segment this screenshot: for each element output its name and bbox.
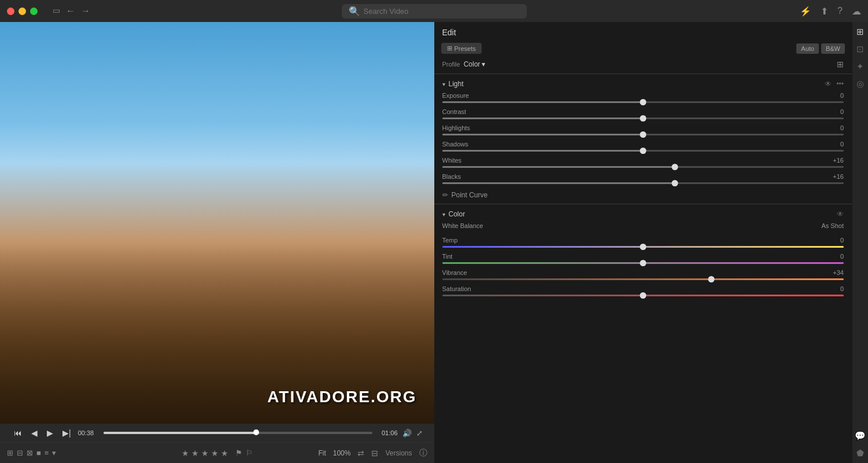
shadows-slider-row: Shadows 0 bbox=[434, 139, 852, 155]
whites-thumb[interactable] bbox=[672, 164, 678, 170]
navigation-buttons: ▭ ← → bbox=[47, 6, 90, 16]
blacks-track[interactable] bbox=[442, 182, 844, 184]
star-5[interactable]: ★ bbox=[221, 449, 228, 458]
curve-icon: ✏ bbox=[442, 191, 448, 199]
watermark: ATIVADORE.ORG bbox=[267, 388, 416, 406]
profile-row: Profile Color ▾ ⊞ bbox=[434, 56, 852, 72]
shadows-thumb[interactable] bbox=[640, 148, 646, 154]
healing-icon[interactable]: ✦ bbox=[856, 61, 864, 72]
blacks-slider-row: Blacks +16 bbox=[434, 171, 852, 188]
temp-thumb[interactable] bbox=[640, 244, 646, 250]
crop-icon[interactable]: ⊡ bbox=[856, 44, 864, 54]
comment-icon[interactable]: 💬 bbox=[855, 431, 866, 441]
blacks-value: +16 bbox=[833, 173, 844, 180]
highlights-slider-row: Highlights 0 bbox=[434, 123, 852, 139]
contrast-track[interactable] bbox=[442, 117, 844, 119]
light-more-icon[interactable]: ••• bbox=[836, 80, 844, 88]
auto-button[interactable]: Auto bbox=[796, 43, 819, 54]
filter-icon[interactable]: ⚡ bbox=[800, 6, 811, 17]
presets-button[interactable]: ⊞ Presets bbox=[441, 43, 482, 54]
grid-view-icon[interactable]: ⊞ bbox=[7, 449, 13, 457]
list-icon[interactable]: ≡ bbox=[45, 449, 49, 457]
cloud-icon[interactable]: ☁ bbox=[852, 6, 861, 17]
vibrance-label: Vibrance bbox=[442, 269, 467, 276]
maximize-button[interactable] bbox=[30, 8, 38, 15]
temp-label: Temp bbox=[442, 237, 458, 244]
vibrance-track[interactable] bbox=[442, 278, 844, 280]
search-input[interactable] bbox=[364, 7, 520, 16]
star-4[interactable]: ★ bbox=[211, 449, 219, 458]
video-area: ATIVADORE.ORG ⏮ ◀ ▶ ▶| 00:38 01:06 🔊 ⤢ bbox=[0, 22, 434, 463]
point-curve-row[interactable]: ✏ Point Curve bbox=[434, 188, 852, 203]
light-visibility-icon[interactable]: 👁 bbox=[825, 80, 832, 88]
tint-thumb[interactable] bbox=[640, 260, 646, 266]
vibrance-thumb[interactable] bbox=[708, 276, 714, 282]
compare-icon[interactable]: ⇄ bbox=[357, 449, 364, 458]
contrast-thumb[interactable] bbox=[640, 115, 646, 122]
white-balance-row: White Balance As Shot bbox=[434, 221, 852, 235]
tag-icon[interactable]: ⬟ bbox=[856, 448, 864, 458]
minimize-button[interactable] bbox=[19, 8, 26, 15]
play-button[interactable]: ▶ bbox=[45, 427, 56, 439]
exposure-thumb[interactable] bbox=[640, 99, 646, 105]
presets-icon: ⊞ bbox=[447, 45, 452, 52]
grid-button[interactable]: ⊞ bbox=[837, 60, 844, 69]
loop-icon[interactable]: ■ bbox=[36, 449, 41, 457]
search-icon: 🔍 bbox=[349, 6, 360, 17]
forward-button[interactable]: → bbox=[81, 6, 90, 16]
info-icon[interactable]: ⓘ bbox=[419, 448, 427, 458]
titlebar: ▭ ← → 🔍 ⚡ ⬆ ? ☁ bbox=[0, 0, 868, 22]
shadows-value: 0 bbox=[840, 141, 844, 148]
color-chevron-icon: ▾ bbox=[442, 211, 445, 218]
saturation-track[interactable] bbox=[442, 295, 844, 296]
step-forward-icon[interactable]: ▶| bbox=[60, 427, 73, 439]
color-section-header[interactable]: ▾ Color 👁 bbox=[434, 205, 852, 221]
divider-2 bbox=[434, 204, 852, 204]
radial-icon[interactable]: ◎ bbox=[856, 79, 864, 89]
split-view-icon[interactable]: ⊠ bbox=[27, 449, 33, 457]
flag-buttons: ⚑ ⚐ bbox=[235, 449, 253, 457]
temp-track[interactable] bbox=[442, 246, 844, 248]
contrast-value: 0 bbox=[840, 108, 844, 115]
whites-label: Whites bbox=[442, 157, 462, 164]
tint-label: Tint bbox=[442, 253, 453, 260]
expand-icon[interactable]: ⤢ bbox=[416, 429, 423, 438]
star-3[interactable]: ★ bbox=[201, 449, 209, 458]
highlights-track[interactable] bbox=[442, 134, 844, 135]
search-bar[interactable]: 🔍 bbox=[342, 4, 527, 19]
volume-icon[interactable]: 🔊 bbox=[402, 429, 412, 438]
filmstrip-icon[interactable]: ⊟ bbox=[17, 449, 23, 457]
profile-chevron-icon: ▾ bbox=[482, 60, 485, 68]
progress-bar[interactable] bbox=[104, 432, 372, 434]
step-back-icon[interactable]: ◀ bbox=[29, 427, 40, 439]
whites-track[interactable] bbox=[442, 166, 844, 168]
star-2[interactable]: ★ bbox=[191, 449, 199, 458]
light-section-header[interactable]: ▾ Light 👁 ••• bbox=[434, 75, 852, 90]
label-icon[interactable]: ⚐ bbox=[246, 449, 253, 457]
exposure-track[interactable] bbox=[442, 101, 844, 103]
color-visibility-icon[interactable]: 👁 bbox=[837, 210, 844, 218]
close-button[interactable] bbox=[7, 8, 14, 15]
star-1[interactable]: ★ bbox=[182, 449, 189, 458]
highlights-label: Highlights bbox=[442, 124, 470, 131]
highlights-value: 0 bbox=[840, 124, 844, 131]
sidebar-toggle-icon[interactable]: ▭ bbox=[53, 6, 60, 16]
help-icon[interactable]: ? bbox=[837, 6, 843, 16]
highlights-thumb[interactable] bbox=[640, 131, 646, 138]
back-button[interactable]: ← bbox=[66, 6, 75, 16]
shadows-track[interactable] bbox=[442, 150, 844, 152]
filmstrip-toggle-icon[interactable]: ⊟ bbox=[371, 449, 378, 458]
tint-track[interactable] bbox=[442, 262, 844, 264]
flag-icon[interactable]: ⚑ bbox=[235, 449, 242, 457]
video-controls: ⏮ ◀ ▶ ▶| 00:38 01:06 🔊 ⤢ bbox=[0, 424, 434, 442]
adjustments-icon[interactable]: ⊞ bbox=[856, 27, 864, 37]
exposure-value: 0 bbox=[840, 92, 844, 99]
skip-back-icon[interactable]: ⏮ bbox=[12, 427, 24, 439]
versions-button[interactable]: Versions bbox=[385, 449, 412, 457]
bw-button[interactable]: B&W bbox=[821, 43, 845, 54]
blacks-thumb[interactable] bbox=[672, 180, 678, 186]
saturation-thumb[interactable] bbox=[640, 292, 646, 299]
progress-thumb[interactable] bbox=[253, 429, 259, 435]
share-icon[interactable]: ⬆ bbox=[821, 6, 828, 17]
list-chevron[interactable]: ▾ bbox=[52, 449, 56, 457]
